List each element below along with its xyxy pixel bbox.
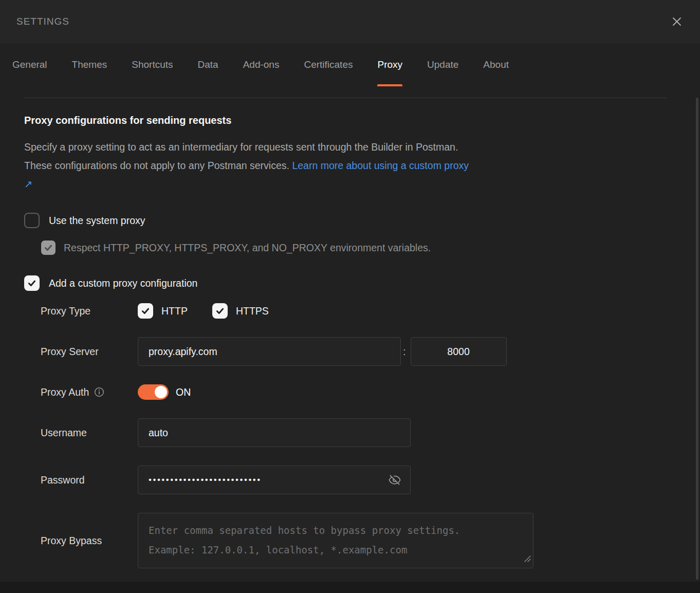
settings-modal: SETTINGS General Themes Shortcuts Data A…: [0, 0, 700, 593]
username-row: Username: [24, 418, 700, 447]
section-heading: Proxy configurations for sending request…: [24, 115, 700, 126]
custom-proxy-row: Add a custom proxy configuration: [24, 275, 700, 291]
modal-header: SETTINGS: [0, 0, 700, 43]
https-label: HTTPS: [236, 305, 269, 317]
proxy-auth-state: ON: [176, 386, 191, 398]
tab-proxy[interactable]: Proxy: [377, 43, 402, 86]
tab-shortcuts[interactable]: Shortcuts: [132, 43, 173, 86]
proxy-auth-label: Proxy Auth: [41, 386, 89, 398]
proxy-auth-controls: ON: [138, 384, 191, 400]
checkmark-icon: [44, 243, 53, 252]
checkmark-icon: [141, 306, 150, 316]
proxy-type-options: HTTP HTTPS: [138, 303, 269, 319]
respect-env-checkbox[interactable]: [41, 240, 56, 255]
checkmark-icon: [27, 279, 36, 288]
proxy-bypass-label: Proxy Bypass: [41, 535, 138, 547]
password-row: Password: [24, 466, 700, 494]
proxy-bypass-controls: [138, 513, 533, 568]
proxy-server-row: Proxy Server :: [24, 337, 700, 366]
proxy-host-input[interactable]: [138, 337, 401, 366]
close-button[interactable]: [669, 14, 685, 29]
tab-themes[interactable]: Themes: [72, 43, 107, 86]
section-description: Specify a proxy setting to act as an int…: [24, 138, 472, 193]
username-controls: [138, 418, 411, 447]
custom-proxy-form: Proxy Type HTTP HTTPS: [24, 303, 700, 568]
checkmark-icon: [215, 306, 225, 316]
resize-handle-icon[interactable]: [524, 555, 531, 564]
username-label: Username: [41, 427, 138, 439]
toggle-password-visibility-button[interactable]: [388, 473, 401, 487]
custom-proxy-label: Add a custom proxy configuration: [49, 277, 197, 289]
close-icon: [671, 16, 683, 27]
vertical-scrollbar[interactable]: [696, 98, 698, 580]
custom-proxy-checkbox[interactable]: [24, 275, 40, 291]
tab-general[interactable]: General: [12, 43, 47, 86]
eye-off-icon: [388, 473, 401, 487]
system-proxy-row: Use the system proxy: [24, 213, 700, 228]
proxy-port-input[interactable]: [411, 337, 507, 366]
modal-title: SETTINGS: [16, 16, 69, 27]
password-label: Password: [41, 474, 138, 486]
toggle-knob: [155, 386, 167, 398]
proxy-type-row: Proxy Type HTTP HTTPS: [24, 303, 700, 319]
proxy-server-label: Proxy Server: [41, 346, 138, 358]
tab-certificates[interactable]: Certificates: [304, 43, 353, 86]
proxy-bypass-textarea[interactable]: [138, 513, 533, 568]
info-icon[interactable]: [94, 387, 104, 397]
modal-bottom-edge: [0, 582, 700, 593]
proxy-type-label: Proxy Type: [41, 305, 138, 317]
https-checkbox[interactable]: [212, 303, 228, 319]
system-proxy-checkbox[interactable]: [24, 213, 40, 228]
username-input[interactable]: [138, 418, 411, 447]
respect-env-label: Respect HTTP_PROXY, HTTPS_PROXY, and NO_…: [64, 242, 431, 254]
proxy-auth-label-group: Proxy Auth: [41, 386, 138, 398]
divider: [24, 98, 667, 98]
proxy-bypass-row: Proxy Bypass: [24, 513, 700, 568]
proxy-auth-row: Proxy Auth ON: [24, 384, 700, 400]
tab-about[interactable]: About: [483, 43, 509, 86]
proxy-settings-panel: Proxy configurations for sending request…: [0, 98, 700, 568]
proxy-auth-toggle[interactable]: [138, 384, 169, 400]
http-checkbox[interactable]: [138, 303, 153, 319]
tab-addons[interactable]: Add-ons: [243, 43, 280, 86]
tab-update[interactable]: Update: [427, 43, 458, 86]
password-controls: [138, 466, 411, 494]
system-proxy-label: Use the system proxy: [49, 215, 145, 227]
password-input[interactable]: [138, 466, 411, 494]
http-label: HTTP: [161, 305, 188, 317]
tab-data[interactable]: Data: [198, 43, 218, 86]
proxy-server-controls: :: [138, 337, 507, 366]
respect-env-row: Respect HTTP_PROXY, HTTPS_PROXY, and NO_…: [41, 240, 700, 255]
tab-bar: General Themes Shortcuts Data Add-ons Ce…: [0, 43, 700, 86]
host-port-separator: :: [403, 346, 406, 358]
